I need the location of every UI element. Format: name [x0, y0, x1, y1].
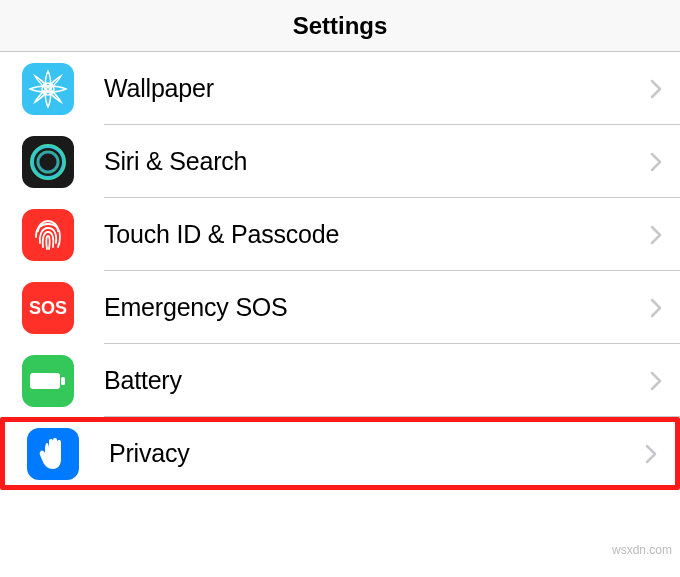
fingerprint-icon: [22, 209, 74, 261]
svg-point-2: [38, 152, 58, 172]
chevron-right-icon: [650, 225, 662, 245]
row-siri-search[interactable]: Siri & Search: [0, 125, 680, 198]
row-label: Battery: [104, 366, 650, 395]
chevron-right-icon: [650, 298, 662, 318]
row-battery[interactable]: Battery: [0, 344, 680, 417]
svg-text:SOS: SOS: [29, 298, 67, 318]
svg-point-0: [42, 83, 54, 95]
privacy-hand-icon: [27, 428, 79, 480]
row-wallpaper[interactable]: Wallpaper: [0, 52, 680, 125]
row-emergency-sos[interactable]: SOS Emergency SOS: [0, 271, 680, 344]
svg-rect-4: [30, 373, 60, 389]
row-label: Wallpaper: [104, 74, 650, 103]
battery-icon: [22, 355, 74, 407]
row-label: Emergency SOS: [104, 293, 650, 322]
row-touch-id[interactable]: Touch ID & Passcode: [0, 198, 680, 271]
settings-list: Wallpaper Siri & Search: [0, 52, 680, 490]
wallpaper-icon: [22, 63, 74, 115]
row-privacy[interactable]: Privacy: [0, 417, 680, 490]
page-title: Settings: [293, 12, 388, 40]
row-label: Siri & Search: [104, 147, 650, 176]
siri-icon: [22, 136, 74, 188]
watermark: wsxdn.com: [612, 543, 672, 557]
chevron-right-icon: [645, 444, 657, 464]
svg-rect-5: [61, 377, 65, 385]
chevron-right-icon: [650, 79, 662, 99]
row-label: Privacy: [109, 439, 645, 468]
header: Settings: [0, 0, 680, 52]
sos-icon: SOS: [22, 282, 74, 334]
chevron-right-icon: [650, 152, 662, 172]
row-label: Touch ID & Passcode: [104, 220, 650, 249]
chevron-right-icon: [650, 371, 662, 391]
